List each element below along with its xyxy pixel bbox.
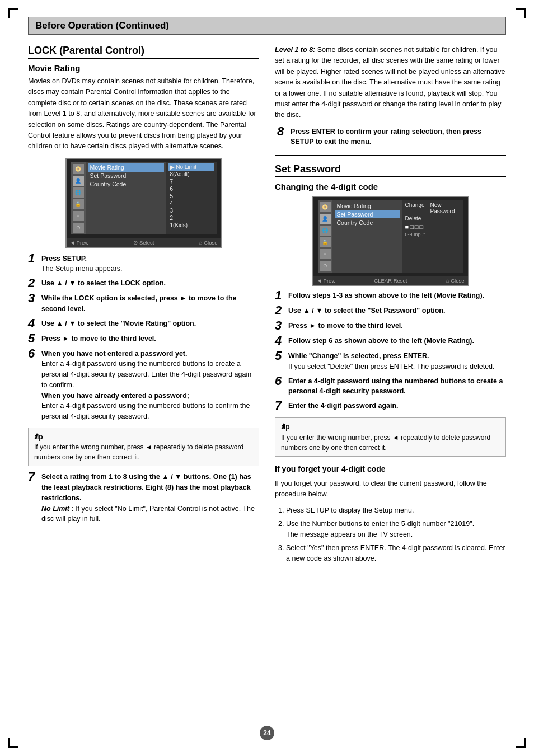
page-header: Before Operation (Continued) [28,17,506,35]
set-password-section: Set Password Changing the 4-digit code 📀… [275,163,506,457]
movie-rating-menu-graphic: 📀 👤 🌐 🔒 ≡ ⊙ Movie Rating Set Password Co… [65,158,222,248]
pwd-step-6-content: Enter a 4-digit password using the numbe… [288,376,506,397]
step-3-content: While the LOCK option is selected, press… [41,293,259,314]
tip-label-left: ip [37,433,43,441]
step-5-content: Press ► to move to the third level. [41,334,259,344]
movie-rating-intro: Movies on DVDs may contain scenes not su… [28,76,259,152]
step-2-content: Use ▲ / ▼ to select the LOCK option. [41,278,259,289]
step-6-num: 6 [28,348,39,360]
level-intro: Level 1 to 8: Some discs contain scenes … [275,45,506,121]
forget-step-1: Press SETUP to display the Setup menu. [286,505,506,516]
lock-icon: 🔒 [73,199,84,209]
pwd-step-6-num: 6 [275,375,286,387]
sub-no-limit: ▶ No Limit [168,163,214,171]
sub-2: 2 [168,214,214,222]
step-5-bold: Press ► to move to the third level. [41,335,156,342]
person-icon: 👤 [73,176,84,186]
pwd-step-1: 1 Follow steps 1-3 as shown above to the… [275,290,506,302]
pwd-step-5-bold: While "Change" is selected, press ENTER. [288,352,429,360]
sub-7: 7 [168,178,214,185]
pwd-step-4: 4 Follow step 6 as shown above to the le… [275,336,506,347]
step-1: 1 Press SETUP. The Setup menu appears. [28,253,259,275]
forget-step-1-text: Press SETUP to display the Setup menu. [286,506,414,514]
pwd-delete: Delete [405,215,421,222]
pwd-step-7-content: Enter the 4-digit password again. [288,401,506,411]
pwd-step-7-bold: Enter the 4-digit password again. [288,402,399,410]
menu-sub-col: ▶ No Limit 8(Adult) 7 6 5 4 3 2 1(Kids) [166,162,217,234]
pwd-input-label: 0-9 Input [404,231,461,238]
pwd-step-5-text: If you select "Delete" then press ENTER.… [288,363,495,370]
pwd-sub-col: Change NewPassword Delete ■□□□ 0-9 Input [402,200,463,273]
level-intro-bold: Level 1 to 8: [275,46,315,54]
step-7-italic-label: No Limit : [41,505,74,513]
step-1-text: The Setup menu appears. [41,265,123,273]
pwd-bottom-close: ⌂ Close [446,278,465,284]
step-7-num: 7 [28,471,39,483]
pwd-circle-icon: ⊙ [320,261,331,271]
pwd-change: Change [405,202,425,214]
pwd-new-password-label: NewPassword [430,202,455,214]
step-7-content: Select a rating from 1 to 8 using the ▲ … [41,472,259,524]
movie-rating-subsection: Movie Rating [28,63,259,73]
sub-8adult: 8(Adult) [168,171,214,178]
menu-option-set-password: Set Password [88,172,164,180]
pwd-country-code: Country Code [335,218,400,227]
pwd-step-2-content: Use ▲ / ▼ to select the "Set Password" o… [288,306,506,316]
pwd-set-password: Set Password [335,210,400,218]
step-6-text-after: Enter a 4-digit password using the numbe… [41,402,250,420]
pwd-step-3-num: 3 [275,320,286,332]
left-column: LOCK (Parental Control) Movie Rating Mov… [28,45,259,528]
forget-title: If you forget your 4-digit code [275,464,506,475]
pwd-main-col: Movie Rating Set Password Country Code [332,200,402,273]
menu-option-country-code: Country Code [88,180,164,189]
forget-step-2-sub: The message appears on the TV screen. [286,530,413,538]
pwd-movie-rating: Movie Rating [335,201,400,210]
pwd-step-7: 7 Enter the 4-digit password again. [275,401,506,412]
step-1-num: 1 [28,252,39,265]
pwd-step-3-bold: Press ► to move to the third level. [288,322,403,330]
right-column: Level 1 to 8: Some discs contain scenes … [275,45,506,566]
page-title: Before Operation (Continued) [35,20,499,31]
pwd-step-4-num: 4 [275,335,286,347]
tip-label-right: ip [284,423,290,431]
circle-icon: ⊙ [73,223,84,233]
pwd-step-6-bold: Enter a 4-digit password using the numbe… [288,377,503,396]
menu-icons-col: 📀 👤 🌐 🔒 ≡ ⊙ [71,162,86,234]
pwd-disc-icon: 📀 [320,202,331,212]
step-8-bold: Press ENTER to confirm your rating selec… [291,128,481,146]
tip-text-left: If you enter the wrong number, press ◄ r… [34,443,243,461]
step-3: 3 While the LOCK option is selected, pre… [28,293,259,314]
password-menu-graphic: 📀 👤 🌐 🔒 ≡ ⊙ Movie Rating Set Password [312,196,469,286]
pwd-lock-icon: 🔒 [320,237,331,247]
pwd-step-1-bold: Follow steps 1-3 as shown above to the l… [288,292,484,299]
set-password-title: Set Password [275,163,506,177]
menu-bottom-bar: ◄ Prev. ⊙ Select ⌂ Close [67,238,221,247]
step-4-content: Use ▲ / ▼ to select the "Movie Rating" o… [41,318,259,329]
pwd-step-4-content: Follow step 6 as shown above to the left… [288,336,506,346]
page-number: 24 [260,726,274,740]
step-8: 8 Press ENTER to confirm your rating sel… [275,126,506,148]
pwd-step-5: 5 While "Change" is selected, press ENTE… [275,351,506,372]
tip-box-right: ℹip If you enter the wrong number, press… [275,417,506,457]
step-4-bold: Use ▲ / ▼ to select the "Movie Rating" o… [41,320,196,327]
step-4: 4 Use ▲ / ▼ to select the "Movie Rating"… [28,318,259,330]
level-intro-text: Some discs contain scenes not suitable f… [275,46,505,119]
step-6-text-before: Enter a 4-digit password using the numbe… [41,360,251,389]
pwd-boxes: ■□□□ [404,222,461,231]
globe-icon: 🌐 [73,187,84,198]
bottom-select: ⊙ Select [133,240,154,246]
step-2-bold: Use ▲ / ▼ to select the LOCK option. [41,279,166,287]
sub-1kids: 1(Kids) [168,222,214,229]
pwd-step-4-bold: Follow step 6 as shown above to the left… [288,337,474,345]
pwd-step-5-content: While "Change" is selected, press ENTER.… [288,351,506,372]
pwd-step-7-num: 7 [275,400,286,412]
forget-step-2-text: Use the Number buttons to enter the 5-di… [286,520,474,528]
step-1-content: Press SETUP. The Setup menu appears. [41,253,259,275]
pwd-step-5-num: 5 [275,350,286,362]
step-7: 7 Select a rating from 1 to 8 using the … [28,472,259,524]
step-6: 6 When you have not entered a password y… [28,349,259,422]
step-8-content: Press ENTER to confirm your rating selec… [291,126,506,148]
pwd-step-1-content: Follow steps 1-3 as shown above to the l… [288,290,506,301]
step-7-bold: Select a rating from 1 to 8 using the ▲ … [41,473,251,502]
pwd-bottom-prev: ◄ Prev. [317,278,336,284]
